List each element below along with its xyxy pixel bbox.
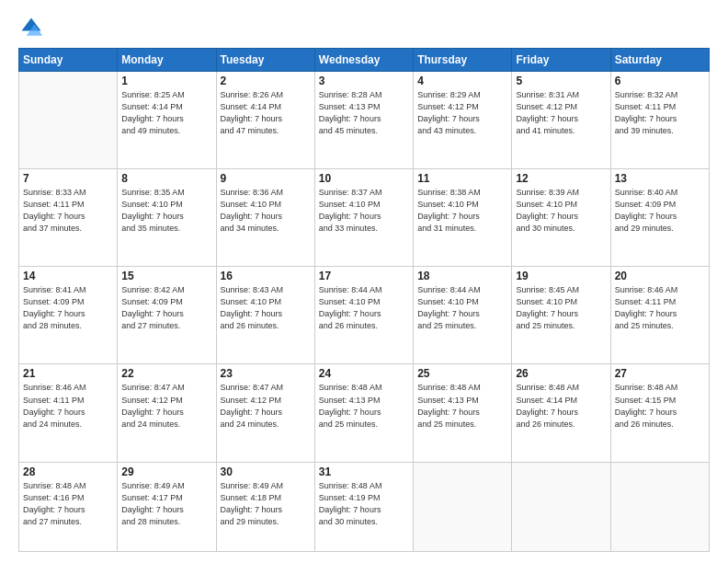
weekday-header-thursday: Thursday <box>414 49 512 72</box>
calendar-table: SundayMondayTuesdayWednesdayThursdayFrid… <box>18 48 710 552</box>
day-info: Sunrise: 8:28 AM Sunset: 4:13 PM Dayligh… <box>319 89 409 137</box>
day-number: 27 <box>615 367 705 380</box>
day-number: 28 <box>23 465 113 478</box>
calendar-cell: 24Sunrise: 8:48 AM Sunset: 4:13 PM Dayli… <box>314 364 413 462</box>
logo-icon <box>18 15 44 40</box>
day-number: 29 <box>121 465 211 478</box>
day-number: 11 <box>417 172 507 185</box>
day-info: Sunrise: 8:48 AM Sunset: 4:14 PM Dayligh… <box>516 382 606 430</box>
day-info: Sunrise: 8:39 AM Sunset: 4:10 PM Dayligh… <box>516 187 606 235</box>
calendar-cell: 8Sunrise: 8:35 AM Sunset: 4:10 PM Daylig… <box>118 169 216 267</box>
day-info: Sunrise: 8:42 AM Sunset: 4:09 PM Dayligh… <box>121 284 211 332</box>
calendar-cell: 9Sunrise: 8:36 AM Sunset: 4:10 PM Daylig… <box>216 169 314 267</box>
day-number: 4 <box>417 75 507 87</box>
day-number: 2 <box>221 75 311 87</box>
day-info: Sunrise: 8:43 AM Sunset: 4:10 PM Dayligh… <box>221 284 311 332</box>
day-number: 12 <box>516 172 606 185</box>
calendar-cell: 2Sunrise: 8:26 AM Sunset: 4:14 PM Daylig… <box>216 72 314 169</box>
day-info: Sunrise: 8:45 AM Sunset: 4:10 PM Dayligh… <box>516 284 606 332</box>
calendar-cell: 25Sunrise: 8:48 AM Sunset: 4:13 PM Dayli… <box>414 364 512 462</box>
calendar-cell: 22Sunrise: 8:47 AM Sunset: 4:12 PM Dayli… <box>118 364 216 462</box>
header <box>18 15 710 40</box>
calendar-cell: 29Sunrise: 8:49 AM Sunset: 4:17 PM Dayli… <box>118 462 216 551</box>
day-info: Sunrise: 8:38 AM Sunset: 4:10 PM Dayligh… <box>417 187 507 235</box>
calendar-cell: 12Sunrise: 8:39 AM Sunset: 4:10 PM Dayli… <box>512 169 610 267</box>
calendar-cell <box>610 462 709 551</box>
day-info: Sunrise: 8:37 AM Sunset: 4:10 PM Dayligh… <box>319 187 409 235</box>
weekday-header-tuesday: Tuesday <box>216 49 314 72</box>
logo <box>18 15 48 40</box>
calendar-week-row: 28Sunrise: 8:48 AM Sunset: 4:16 PM Dayli… <box>19 462 710 551</box>
day-number: 14 <box>23 270 113 282</box>
day-number: 20 <box>615 270 705 282</box>
calendar-week-row: 21Sunrise: 8:46 AM Sunset: 4:11 PM Dayli… <box>19 364 710 462</box>
calendar-cell: 15Sunrise: 8:42 AM Sunset: 4:09 PM Dayli… <box>118 267 216 364</box>
calendar-cell <box>414 462 512 551</box>
calendar-cell: 19Sunrise: 8:45 AM Sunset: 4:10 PM Dayli… <box>512 267 610 364</box>
calendar-cell: 23Sunrise: 8:47 AM Sunset: 4:12 PM Dayli… <box>216 364 314 462</box>
day-info: Sunrise: 8:41 AM Sunset: 4:09 PM Dayligh… <box>23 284 113 332</box>
day-number: 22 <box>121 367 211 380</box>
calendar-cell <box>512 462 610 551</box>
calendar-week-row: 14Sunrise: 8:41 AM Sunset: 4:09 PM Dayli… <box>19 267 710 364</box>
day-number: 25 <box>417 367 507 380</box>
day-number: 19 <box>516 270 606 282</box>
weekday-header-friday: Friday <box>512 49 610 72</box>
weekday-header-saturday: Saturday <box>610 49 709 72</box>
day-info: Sunrise: 8:48 AM Sunset: 4:13 PM Dayligh… <box>417 382 507 430</box>
day-number: 15 <box>121 270 211 282</box>
day-number: 17 <box>319 270 409 282</box>
day-number: 10 <box>319 172 409 185</box>
calendar-cell: 27Sunrise: 8:48 AM Sunset: 4:15 PM Dayli… <box>610 364 709 462</box>
day-number: 18 <box>417 270 507 282</box>
day-number: 7 <box>23 172 113 185</box>
calendar-cell: 30Sunrise: 8:49 AM Sunset: 4:18 PM Dayli… <box>216 462 314 551</box>
day-info: Sunrise: 8:44 AM Sunset: 4:10 PM Dayligh… <box>319 284 409 332</box>
day-info: Sunrise: 8:49 AM Sunset: 4:17 PM Dayligh… <box>121 480 211 528</box>
day-info: Sunrise: 8:26 AM Sunset: 4:14 PM Dayligh… <box>221 89 311 137</box>
day-info: Sunrise: 8:33 AM Sunset: 4:11 PM Dayligh… <box>23 187 113 235</box>
calendar-cell: 21Sunrise: 8:46 AM Sunset: 4:11 PM Dayli… <box>19 364 118 462</box>
calendar-cell: 7Sunrise: 8:33 AM Sunset: 4:11 PM Daylig… <box>19 169 118 267</box>
day-info: Sunrise: 8:48 AM Sunset: 4:19 PM Dayligh… <box>319 480 409 528</box>
calendar-week-row: 7Sunrise: 8:33 AM Sunset: 4:11 PM Daylig… <box>19 169 710 267</box>
calendar-week-row: 1Sunrise: 8:25 AM Sunset: 4:14 PM Daylig… <box>19 72 710 169</box>
calendar-cell: 3Sunrise: 8:28 AM Sunset: 4:13 PM Daylig… <box>314 72 413 169</box>
calendar-cell: 28Sunrise: 8:48 AM Sunset: 4:16 PM Dayli… <box>19 462 118 551</box>
calendar-cell: 17Sunrise: 8:44 AM Sunset: 4:10 PM Dayli… <box>314 267 413 364</box>
day-number: 5 <box>516 75 606 87</box>
calendar-cell: 31Sunrise: 8:48 AM Sunset: 4:19 PM Dayli… <box>314 462 413 551</box>
calendar-cell: 10Sunrise: 8:37 AM Sunset: 4:10 PM Dayli… <box>314 169 413 267</box>
day-number: 31 <box>319 465 409 478</box>
day-info: Sunrise: 8:40 AM Sunset: 4:09 PM Dayligh… <box>615 187 705 235</box>
day-info: Sunrise: 8:47 AM Sunset: 4:12 PM Dayligh… <box>221 382 311 430</box>
calendar-cell: 13Sunrise: 8:40 AM Sunset: 4:09 PM Dayli… <box>610 169 709 267</box>
calendar-cell: 5Sunrise: 8:31 AM Sunset: 4:12 PM Daylig… <box>512 72 610 169</box>
day-info: Sunrise: 8:35 AM Sunset: 4:10 PM Dayligh… <box>121 187 211 235</box>
day-info: Sunrise: 8:32 AM Sunset: 4:11 PM Dayligh… <box>615 89 705 137</box>
calendar-cell: 6Sunrise: 8:32 AM Sunset: 4:11 PM Daylig… <box>610 72 709 169</box>
calendar-cell: 26Sunrise: 8:48 AM Sunset: 4:14 PM Dayli… <box>512 364 610 462</box>
calendar-cell: 14Sunrise: 8:41 AM Sunset: 4:09 PM Dayli… <box>19 267 118 364</box>
day-info: Sunrise: 8:48 AM Sunset: 4:13 PM Dayligh… <box>319 382 409 430</box>
day-info: Sunrise: 8:31 AM Sunset: 4:12 PM Dayligh… <box>516 89 606 137</box>
day-info: Sunrise: 8:47 AM Sunset: 4:12 PM Dayligh… <box>121 382 211 430</box>
day-info: Sunrise: 8:25 AM Sunset: 4:14 PM Dayligh… <box>121 89 211 137</box>
calendar-cell: 1Sunrise: 8:25 AM Sunset: 4:14 PM Daylig… <box>118 72 216 169</box>
weekday-header-row: SundayMondayTuesdayWednesdayThursdayFrid… <box>19 49 710 72</box>
day-info: Sunrise: 8:44 AM Sunset: 4:10 PM Dayligh… <box>417 284 507 332</box>
calendar-cell: 16Sunrise: 8:43 AM Sunset: 4:10 PM Dayli… <box>216 267 314 364</box>
day-number: 24 <box>319 367 409 380</box>
day-number: 1 <box>121 75 211 87</box>
day-info: Sunrise: 8:49 AM Sunset: 4:18 PM Dayligh… <box>221 480 311 528</box>
day-info: Sunrise: 8:48 AM Sunset: 4:16 PM Dayligh… <box>23 480 113 528</box>
day-number: 6 <box>615 75 705 87</box>
calendar-cell: 11Sunrise: 8:38 AM Sunset: 4:10 PM Dayli… <box>414 169 512 267</box>
page: SundayMondayTuesdayWednesdayThursdayFrid… <box>0 0 728 563</box>
day-number: 9 <box>221 172 311 185</box>
day-number: 21 <box>23 367 113 380</box>
day-number: 8 <box>121 172 211 185</box>
day-info: Sunrise: 8:29 AM Sunset: 4:12 PM Dayligh… <box>417 89 507 137</box>
day-number: 16 <box>221 270 311 282</box>
day-number: 13 <box>615 172 705 185</box>
